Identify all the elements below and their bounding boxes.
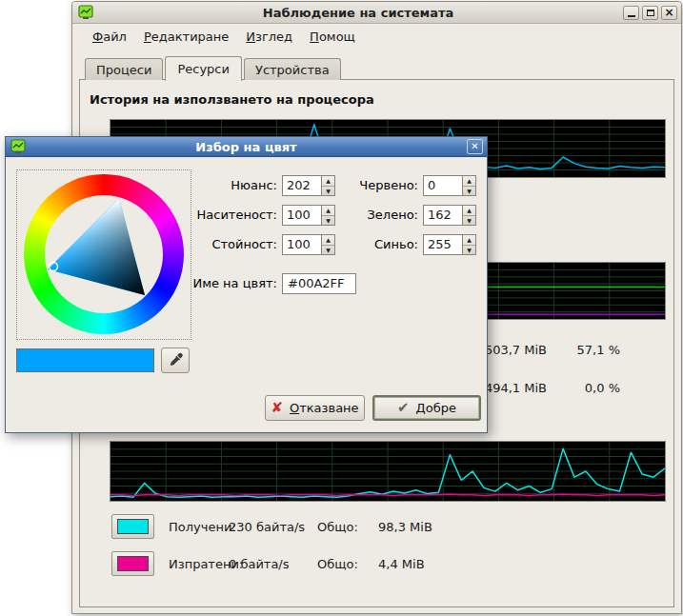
app-icon	[78, 5, 93, 20]
hue-label: Нюанс:	[168, 175, 277, 196]
sent-color-swatch	[117, 556, 149, 571]
color-name-input[interactable]: #00A2FF	[282, 273, 356, 294]
color-preview-swatch	[16, 348, 154, 372]
tab-devices[interactable]: Устройства	[244, 58, 341, 80]
dialog-titlebar[interactable]: Избор на цвят ✕	[6, 137, 487, 157]
network-history-chart	[110, 441, 666, 502]
window-controls: ×	[623, 6, 677, 20]
red-spinner[interactable]: 0 ▲▼	[423, 175, 476, 196]
cancel-button[interactable]: ✘ Отказване	[265, 395, 365, 421]
desktop: Наблюдение на системата × Файл Редактира…	[0, 0, 683, 616]
saturation-label: Наситеност:	[168, 205, 277, 226]
red-label: Червено:	[315, 175, 418, 196]
dialog-title: Избор на цвят	[30, 140, 462, 154]
green-spinner[interactable]: 162 ▲▼	[423, 205, 476, 226]
menu-edit[interactable]: Редактиране	[135, 27, 237, 47]
tab-resources[interactable]: Ресурси	[165, 56, 242, 81]
maximize-button[interactable]	[642, 6, 658, 20]
color-wheel-area	[16, 169, 191, 340]
menu-file[interactable]: Файл	[84, 27, 135, 47]
received-total: 98,3 MiB	[378, 514, 432, 540]
green-label: Зелено:	[315, 205, 418, 226]
close-button[interactable]: ×	[661, 6, 677, 20]
ok-icon: ✔	[397, 401, 410, 415]
spin-up-icon[interactable]: ▲	[463, 235, 475, 246]
sent-color-button[interactable]	[111, 551, 154, 576]
received-color-swatch	[117, 519, 149, 534]
spin-down-icon[interactable]: ▼	[463, 216, 475, 226]
swap-percent: 0,0 %	[561, 381, 620, 395]
eyedropper-button[interactable]	[161, 348, 190, 373]
minimize-icon	[628, 15, 635, 17]
memory-percent: 57,1 %	[561, 343, 620, 357]
sent-rate: 0 байта/s	[229, 551, 290, 577]
spin-down-icon[interactable]: ▼	[463, 187, 475, 196]
menu-view[interactable]: Изглед	[237, 27, 301, 47]
menubar: Файл Редактиране Изглед Помощ	[72, 24, 681, 49]
tab-processes[interactable]: Процеси	[85, 58, 163, 80]
color-name-label: Име на цвят:	[168, 273, 277, 294]
color-picker-dialog: Избор на цвят ✕	[5, 136, 488, 433]
sent-total: 4,4 MiB	[378, 551, 425, 577]
received-label: Получени:	[169, 514, 236, 540]
menu-help[interactable]: Помощ	[301, 27, 364, 47]
dialog-icon	[10, 139, 26, 154]
maximize-icon	[647, 10, 654, 16]
received-color-button[interactable]	[111, 514, 154, 539]
spin-up-icon[interactable]: ▲	[463, 206, 475, 216]
blue-label: Синьо:	[315, 234, 418, 255]
cpu-history-heading: История на използването на процесора	[90, 92, 374, 107]
close-icon: ×	[664, 7, 673, 18]
window-title: Наблюдение на системата	[98, 6, 618, 20]
spin-up-icon[interactable]: ▲	[463, 176, 475, 187]
received-total-label: Общо:	[317, 514, 358, 540]
value-label: Стойност:	[168, 234, 277, 255]
received-rate: 230 байта/s	[229, 514, 305, 540]
sv-triangle[interactable]	[24, 174, 184, 334]
eyedropper-icon	[168, 352, 184, 368]
titlebar[interactable]: Наблюдение на системата ×	[72, 2, 681, 24]
ok-button[interactable]: ✔ Добре	[372, 395, 481, 421]
spin-down-icon[interactable]: ▼	[463, 246, 475, 255]
network-sent-row: Изпратени: 0 байта/s Общо: 4,4 MiB	[80, 551, 673, 577]
blue-spinner[interactable]: 255 ▲▼	[423, 234, 476, 255]
tabstrip: Процеси Ресурси Устройства	[85, 54, 343, 80]
minimize-button[interactable]	[623, 6, 639, 20]
dialog-close-button[interactable]: ✕	[467, 139, 483, 154]
cancel-icon: ✘	[271, 401, 283, 415]
dialog-close-icon: ✕	[471, 142, 478, 151]
network-received-row: Получени: 230 байта/s Общо: 98,3 MiB	[80, 514, 673, 540]
sent-total-label: Общо:	[317, 551, 358, 577]
